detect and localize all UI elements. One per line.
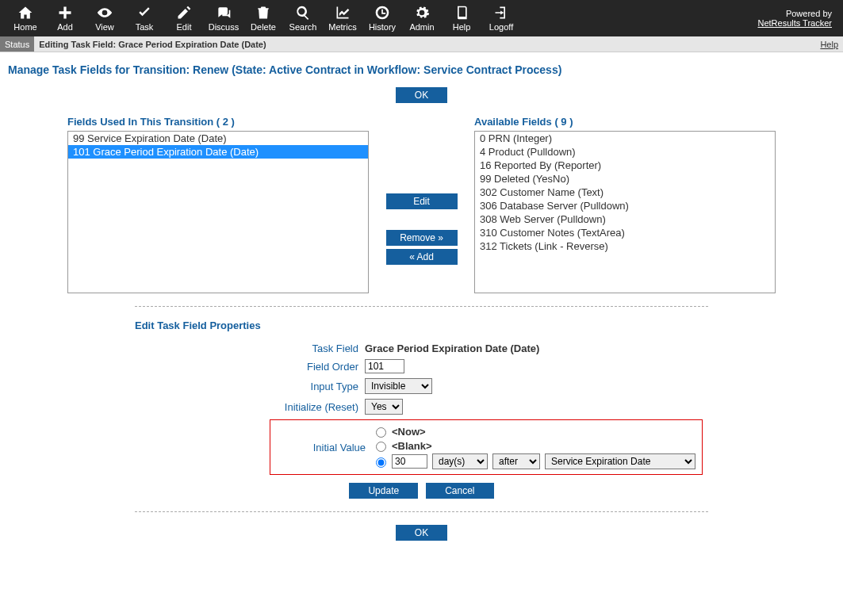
radio-now[interactable]	[376, 427, 386, 438]
list-item[interactable]: 101 Grace Period Expiration Date (Date)	[68, 145, 368, 159]
toolbar-label: Home	[13, 22, 36, 32]
initial-value-label: Initial Value	[277, 442, 372, 453]
status-text: Editing Task Field: Grace Period Expirat…	[34, 40, 270, 49]
pencil-icon	[176, 5, 192, 21]
initialize-select[interactable]: Yes	[365, 399, 403, 415]
toolbar-add[interactable]: Add	[46, 5, 84, 32]
radio-blank[interactable]	[376, 442, 386, 452]
toolbar-label: Add	[57, 22, 73, 32]
divider-bottom	[135, 511, 708, 512]
toolbar-history[interactable]: History	[363, 5, 401, 32]
toolbar-help[interactable]: Help	[443, 5, 481, 32]
list-item[interactable]: 308 Web Server (Pulldown)	[475, 212, 775, 226]
properties-title: Edit Task Field Properties	[135, 319, 708, 331]
radio-relative[interactable]	[376, 457, 386, 468]
radio-blank-label: <Blank>	[392, 440, 432, 452]
list-item[interactable]: 302 Customer Name (Text)	[475, 186, 775, 199]
toolbar-label: Search	[289, 22, 317, 32]
input-type-select[interactable]: Invisible	[365, 378, 432, 394]
available-fields-listbox[interactable]: 0 PRN (Integer)4 Product (Pulldown)16 Re…	[474, 131, 776, 293]
eye-icon	[97, 5, 113, 21]
used-fields-listbox[interactable]: 99 Service Expiration Date (Date)101 Gra…	[67, 131, 369, 293]
ok-button-bottom[interactable]: OK	[396, 525, 447, 541]
toolbar-label: Logoff	[489, 22, 513, 32]
chat-icon	[216, 5, 232, 21]
powered-by-text: Powered by	[757, 9, 832, 18]
transfer-buttons: Edit Remove » « Add	[385, 165, 458, 293]
home-icon	[17, 5, 33, 21]
offset-input[interactable]	[392, 454, 427, 469]
initial-value-blank-row[interactable]: <Blank>	[372, 439, 695, 452]
toolbar-label: View	[95, 22, 114, 32]
toolbar-delete[interactable]: Delete	[244, 5, 282, 32]
list-item[interactable]: 99 Service Expiration Date (Date)	[68, 132, 368, 145]
gear-icon	[414, 5, 430, 21]
trash-icon	[255, 5, 271, 21]
field-order-label: Field Order	[135, 361, 365, 373]
page-title: Manage Task Fields for Transition: Renew…	[0, 52, 843, 81]
list-item[interactable]: 306 Database Server (Pulldown)	[475, 199, 775, 212]
list-item[interactable]: 4 Product (Pulldown)	[475, 145, 775, 159]
radio-now-label: <Now>	[392, 426, 426, 438]
clock-icon	[374, 5, 390, 21]
toolbar-label: Discuss	[209, 22, 239, 32]
search-icon	[295, 5, 311, 21]
status-label: Status	[0, 36, 34, 52]
list-item[interactable]: 16 Reported By (Reporter)	[475, 159, 775, 172]
toolbar-metrics[interactable]: Metrics	[324, 5, 362, 32]
task-field-label: Task Field	[135, 342, 365, 354]
update-button[interactable]: Update	[349, 483, 418, 499]
relation-select[interactable]: after	[492, 453, 540, 469]
check-icon	[136, 5, 152, 21]
field-order-input[interactable]	[365, 359, 404, 373]
help-link[interactable]: Help	[820, 40, 838, 49]
toolbar-view[interactable]: View	[86, 5, 124, 32]
toolbar-logoff[interactable]: Logoff	[482, 5, 520, 32]
toolbar-task[interactable]: Task	[125, 5, 163, 32]
used-fields-title: Fields Used In This Transition ( 2 )	[67, 116, 369, 128]
toolbar-admin[interactable]: Admin	[403, 5, 441, 32]
cancel-button[interactable]: Cancel	[426, 483, 493, 499]
toolbar-label: Task	[136, 22, 154, 32]
reference-select[interactable]: Service Expiration Date	[545, 453, 695, 469]
toolbar-label: Edit	[177, 22, 192, 32]
toolbar-label: Delete	[251, 22, 276, 32]
list-item[interactable]: 310 Customer Notes (TextArea)	[475, 226, 775, 239]
book-icon	[454, 5, 469, 21]
toolbar-home[interactable]: Home	[6, 5, 44, 32]
input-type-label: Input Type	[135, 381, 365, 392]
unit-select[interactable]: day(s)	[432, 453, 488, 469]
available-fields-title: Available Fields ( 9 )	[474, 116, 776, 128]
initial-value-relative-row: day(s) after Service Expiration Date	[372, 453, 695, 469]
add-button[interactable]: « Add	[386, 249, 458, 265]
edit-button[interactable]: Edit	[386, 193, 458, 209]
toolbar-items: Home Add View Task Edit Discuss Delete	[6, 5, 520, 32]
chart-icon	[335, 5, 351, 21]
divider	[135, 306, 708, 307]
list-item[interactable]: 0 PRN (Integer)	[475, 132, 775, 145]
toolbar-powered-by: Powered by NetResults Tracker	[757, 9, 837, 28]
logoff-icon	[493, 5, 509, 21]
initial-value-now-row[interactable]: <Now>	[372, 425, 695, 438]
toolbar-discuss[interactable]: Discuss	[205, 5, 243, 32]
toolbar-label: Metrics	[328, 22, 356, 32]
toolbar-search[interactable]: Search	[284, 5, 322, 32]
list-item[interactable]: 312 Tickets (Link - Reverse)	[475, 239, 775, 253]
field-panels: Fields Used In This Transition ( 2 ) 99 …	[0, 109, 843, 293]
main-toolbar: Home Add View Task Edit Discuss Delete	[0, 0, 843, 36]
edit-properties-section: Edit Task Field Properties Task Field Gr…	[0, 319, 843, 499]
toolbar-label: History	[369, 22, 396, 32]
task-field-value: Grace Period Expiration Date (Date)	[365, 342, 539, 354]
remove-button[interactable]: Remove »	[386, 230, 458, 246]
list-item[interactable]: 99 Deleted (YesNo)	[475, 172, 775, 186]
toolbar-edit[interactable]: Edit	[165, 5, 203, 32]
toolbar-label: Admin	[409, 22, 434, 32]
product-link[interactable]: NetResults Tracker	[757, 18, 832, 28]
toolbar-label: Help	[453, 22, 471, 32]
status-bar: Status Editing Task Field: Grace Period …	[0, 36, 843, 52]
plus-icon	[57, 5, 73, 21]
initialize-label: Initialize (Reset)	[135, 401, 365, 413]
ok-button-top[interactable]: OK	[396, 87, 447, 103]
